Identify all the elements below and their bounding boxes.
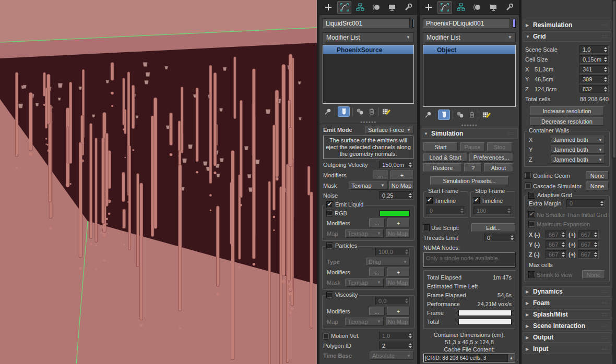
grid-rollout-header[interactable]: ▼ Grid ∷∷: [523, 31, 611, 42]
foam-rollout-header[interactable]: ▶ Foam ∷∷: [523, 298, 611, 308]
outgoing-velocity-field[interactable]: 150,0cm: [379, 161, 413, 169]
make-unique-icon[interactable]: [356, 107, 365, 116]
show-end-result-icon[interactable]: [338, 106, 350, 117]
emit-mode-dropdown[interactable]: Surface Force▼: [365, 126, 413, 134]
cascade-none-button[interactable]: None: [586, 181, 609, 190]
object-name-input[interactable]: [323, 18, 410, 28]
emit-liquid-checkbox[interactable]: [327, 202, 333, 208]
spinner[interactable]: [409, 343, 412, 348]
spinner[interactable]: [409, 162, 412, 167]
scroll-up-icon[interactable]: ▲: [507, 354, 515, 362]
confine-geom-checkbox[interactable]: [525, 173, 531, 178]
y-cells-field[interactable]: 309: [579, 75, 609, 83]
rgb-color-swatch[interactable]: [380, 210, 410, 216]
increase-resolution-button[interactable]: Increase resolution: [530, 106, 604, 115]
hierarchy-tab[interactable]: [454, 1, 468, 14]
rollout-splitter[interactable]: ●●●●●●: [420, 123, 519, 127]
modifiers-add-button[interactable]: +: [387, 307, 410, 316]
utilities-tab[interactable]: [401, 1, 416, 14]
splash-mist-rollout-header[interactable]: ▶ Splash/Mist ∷∷: [523, 309, 611, 320]
modifiers-browse-button[interactable]: ...: [369, 268, 385, 276]
spinner[interactable]: [604, 87, 607, 92]
create-tab[interactable]: [421, 1, 436, 14]
modify-tab[interactable]: [437, 1, 452, 14]
modifiers-add-button[interactable]: +: [387, 268, 410, 276]
decrease-resolution-button[interactable]: Decrease resolution: [530, 117, 604, 126]
use-script-checkbox[interactable]: [423, 225, 429, 230]
motion-vel-checkbox[interactable]: [323, 333, 329, 339]
modifier-stack[interactable]: PhoenixSource: [323, 45, 414, 104]
make-unique-icon[interactable]: [456, 111, 465, 119]
modify-tab[interactable]: [337, 1, 352, 14]
input-rollout-header[interactable]: ▶ Input ∷∷: [523, 344, 611, 354]
configure-modifier-sets-icon[interactable]: [382, 107, 391, 116]
dynamics-rollout-header[interactable]: ▶ Dynamics ∷∷: [523, 286, 611, 297]
threads-limit-field[interactable]: 0: [484, 234, 515, 242]
modifiers-browse-button[interactable]: ...: [373, 171, 388, 179]
start-button[interactable]: Start: [423, 142, 458, 151]
remove-modifier-icon[interactable]: [468, 111, 476, 119]
viscosity-checkbox[interactable]: [327, 292, 333, 298]
mask-texmap-dropdown[interactable]: Texmap▼: [349, 181, 387, 190]
x-cells-field[interactable]: 341: [579, 65, 609, 74]
configure-modifier-sets-icon[interactable]: [482, 111, 491, 119]
noise-field[interactable]: 0,25: [379, 191, 413, 200]
stack-item-phoenixsource[interactable]: PhoenixSource: [323, 45, 413, 54]
rgb-checkbox[interactable]: [327, 210, 333, 216]
about-button[interactable]: About: [484, 163, 513, 172]
object-name-input[interactable]: [423, 18, 510, 28]
spinner[interactable]: [604, 57, 607, 62]
modifiers-add-button[interactable]: +: [387, 219, 410, 227]
z-cells-field[interactable]: 832: [579, 85, 609, 93]
wall-y-dropdown[interactable]: Jammed both▼: [551, 145, 605, 154]
utilities-tab[interactable]: [502, 1, 517, 14]
display-tab[interactable]: [486, 1, 501, 14]
viewport-3d[interactable]: [0, 0, 317, 364]
scene-interaction-rollout-header[interactable]: ▶ Scene Interaction ∷∷: [523, 321, 611, 331]
wall-z-dropdown[interactable]: Jammed both▼: [551, 155, 605, 164]
adaptive-grid-checkbox[interactable]: [529, 192, 535, 198]
help-button[interactable]: ?: [464, 163, 482, 172]
motion-tab[interactable]: [470, 1, 484, 14]
object-color-swatch[interactable]: [513, 19, 516, 28]
modifiers-browse-button[interactable]: ...: [369, 219, 385, 227]
spinner[interactable]: [604, 47, 607, 52]
output-rollout-header[interactable]: ▶ Output ∷∷: [523, 332, 611, 343]
cell-size-field[interactable]: 0,15cm: [579, 55, 609, 64]
edit-script-button[interactable]: Edit...: [471, 223, 515, 232]
scene-scale-field[interactable]: 1,0: [579, 45, 609, 54]
modifiers-browse-button[interactable]: ...: [369, 307, 385, 316]
stop-timeline-checkbox[interactable]: [473, 198, 479, 203]
spinner[interactable]: [604, 67, 607, 72]
wall-x-dropdown[interactable]: Jammed both▼: [551, 136, 605, 144]
spinner[interactable]: [604, 77, 607, 82]
scrollbar-thumb[interactable]: [613, 1, 615, 157]
mask-no-map-button[interactable]: No Map: [389, 181, 413, 190]
pin-stack-icon[interactable]: [324, 107, 332, 116]
modifiers-add-button[interactable]: +: [390, 171, 413, 179]
show-end-result-icon[interactable]: [438, 110, 450, 120]
cascade-simulator-checkbox[interactable]: [525, 183, 531, 189]
remove-modifier-icon[interactable]: [368, 107, 376, 116]
simulation-rollout-header[interactable]: ▼ Simulation ∷∷: [421, 128, 518, 139]
resimulation-rollout-header[interactable]: ▶ Resimulation ∷∷: [523, 20, 611, 30]
modifier-stack[interactable]: Object: [423, 45, 516, 107]
numa-nodes-listbox[interactable]: Only a single node available.: [423, 252, 515, 267]
confine-geom-none-button[interactable]: None: [586, 171, 609, 180]
hierarchy-tab[interactable]: [353, 1, 368, 14]
spinner[interactable]: [511, 235, 514, 240]
cache-file-content-listbox[interactable]: [GRID: 88 208 640 cells, 3 ▲: [423, 354, 515, 362]
restore-button[interactable]: Restore: [423, 163, 462, 172]
stack-item-object[interactable]: Object: [423, 45, 515, 54]
pin-stack-icon[interactable]: [424, 111, 432, 119]
simulation-presets-button[interactable]: Simulation Presets...: [430, 176, 508, 185]
object-color-swatch[interactable]: [412, 19, 414, 28]
display-tab[interactable]: [385, 1, 400, 14]
panel-scrollbar[interactable]: [612, 0, 616, 364]
modifier-list-dropdown[interactable]: Modifier List ▼: [423, 32, 516, 42]
load-start-button[interactable]: Load & Start: [423, 153, 467, 162]
particles-checkbox[interactable]: [327, 243, 333, 249]
polygon-id-field[interactable]: 2: [379, 342, 413, 350]
rollout-splitter[interactable]: ●●●●●●: [319, 119, 417, 124]
modifier-list-dropdown[interactable]: Modifier List ▼: [323, 32, 414, 42]
